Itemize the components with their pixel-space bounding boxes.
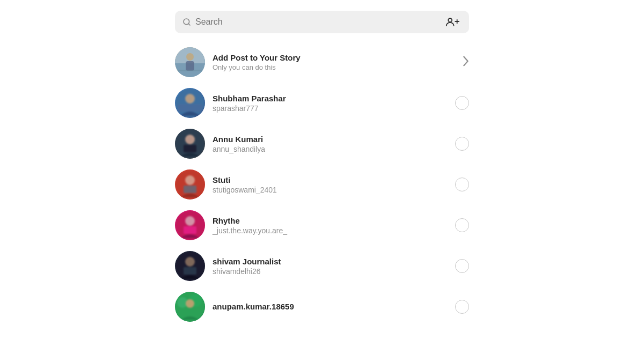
add-friends-button[interactable] <box>443 16 462 28</box>
story-subtitle: Only you can do this <box>213 63 458 71</box>
svg-rect-8 <box>186 61 194 71</box>
select-radio[interactable] <box>455 300 469 314</box>
svg-point-18 <box>185 175 195 185</box>
avatar <box>175 251 205 281</box>
select-radio[interactable] <box>455 259 469 273</box>
contact-info: anupam.kumar.18659 <box>213 302 455 312</box>
contact-username: sparashar777 <box>213 104 455 113</box>
contact-username: annu_shandilya <box>213 145 455 153</box>
list-item[interactable]: Rhythe _just.the.way.you.are_ <box>166 205 478 246</box>
list-item[interactable]: Stuti stutigoswami_2401 <box>166 164 478 205</box>
search-input[interactable] <box>195 17 443 27</box>
contact-name: anupam.kumar.18659 <box>213 302 455 311</box>
story-avatar <box>175 47 205 77</box>
contact-username: _just.the.way.you.are_ <box>213 226 455 235</box>
contact-info: shivam Journalist shivamdelhi26 <box>213 257 455 276</box>
contact-info: Stuti stutigoswami_2401 <box>213 175 455 194</box>
svg-line-1 <box>188 24 190 25</box>
story-item-info: Add Post to Your Story Only you can do t… <box>213 53 458 71</box>
contact-username: shivamdelhi26 <box>213 267 455 276</box>
contact-name: Shubham Parashar <box>213 94 455 103</box>
contact-username: stutigoswami_2401 <box>213 186 455 194</box>
svg-rect-13 <box>178 104 202 112</box>
svg-point-24 <box>185 257 195 267</box>
select-radio[interactable] <box>455 218 469 232</box>
svg-rect-16 <box>184 145 196 152</box>
contact-name: Annu Kumari <box>213 135 455 144</box>
contact-name: Rhythe <box>213 216 455 225</box>
select-radio[interactable] <box>455 137 469 151</box>
svg-rect-19 <box>184 186 196 193</box>
main-container: Add Post to Your Story Only you can do t… <box>166 0 478 327</box>
contact-info: Rhythe _just.the.way.you.are_ <box>213 216 455 235</box>
svg-point-7 <box>186 53 194 61</box>
avatar <box>175 129 205 159</box>
svg-point-15 <box>185 135 195 144</box>
contact-info: Shubham Parashar sparashar777 <box>213 94 455 113</box>
svg-point-21 <box>185 216 195 226</box>
story-list-item[interactable]: Add Post to Your Story Only you can do t… <box>166 42 478 83</box>
list-item[interactable]: shivam Journalist shivamdelhi26 <box>166 246 478 286</box>
contact-info: Annu Kumari annu_shandilya <box>213 135 455 153</box>
select-radio[interactable] <box>455 178 469 191</box>
story-title: Add Post to Your Story <box>213 53 458 62</box>
select-radio[interactable] <box>455 96 469 110</box>
svg-point-30 <box>186 299 194 308</box>
svg-point-2 <box>448 18 452 22</box>
avatar <box>175 210 205 240</box>
contact-name: shivam Journalist <box>213 257 455 266</box>
contact-name: Stuti <box>213 175 455 184</box>
svg-rect-22 <box>184 226 196 234</box>
svg-point-12 <box>185 94 195 104</box>
search-icon <box>182 18 191 26</box>
list-item[interactable]: Shubham Parashar sparashar777 <box>166 83 478 123</box>
avatar <box>175 88 205 118</box>
svg-rect-9 <box>175 70 205 71</box>
svg-rect-25 <box>184 267 196 275</box>
avatar <box>175 292 205 322</box>
contacts-list: Add Post to Your Story Only you can do t… <box>166 42 478 327</box>
list-item[interactable]: anupam.kumar.18659 <box>166 286 478 327</box>
search-bar[interactable] <box>175 11 469 33</box>
list-item[interactable]: Annu Kumari annu_shandilya <box>166 123 478 164</box>
avatar <box>175 169 205 200</box>
chevron-right-icon <box>463 56 469 69</box>
